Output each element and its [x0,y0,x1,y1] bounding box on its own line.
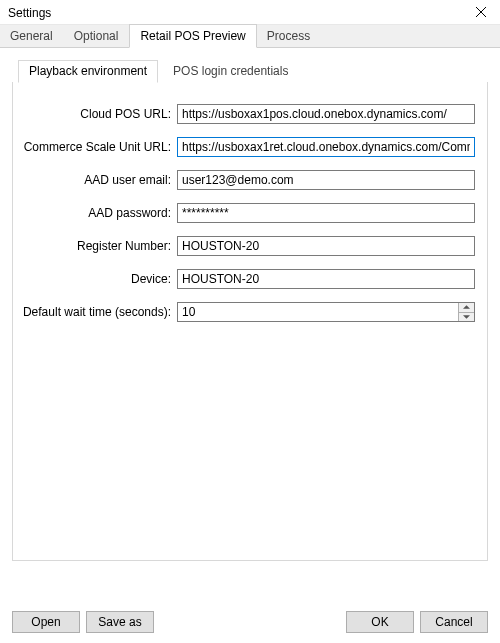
inner-tab-body: Cloud POS URL: Commerce Scale Unit URL: … [12,82,488,561]
dialog-footer: Open Save as OK Cancel [12,611,488,633]
aad-password-input[interactable] [177,203,475,223]
default-wait-label: Default wait time (seconds): [21,305,177,319]
close-button[interactable] [470,6,492,20]
inner-tab-playback-environment[interactable]: Playback environment [18,60,158,83]
svg-marker-2 [463,306,470,310]
register-number-label: Register Number: [21,239,177,253]
default-wait-stepper[interactable] [177,302,475,322]
default-wait-input[interactable] [178,303,458,321]
tab-retail-pos-preview[interactable]: Retail POS Preview [129,24,256,48]
title-bar: Settings [0,0,500,24]
spin-buttons [458,303,474,321]
close-icon [476,7,486,17]
csu-url-label: Commerce Scale Unit URL: [21,140,177,154]
aad-email-input[interactable] [177,170,475,190]
aad-password-label: AAD password: [21,206,177,220]
cloud-pos-url-input[interactable] [177,104,475,124]
inner-tab-pos-login-credentials[interactable]: POS login credentials [162,60,299,83]
inner-tab-strip: Playback environment POS login credentia… [12,61,488,83]
aad-email-label: AAD user email: [21,173,177,187]
ok-button[interactable]: OK [346,611,414,633]
svg-marker-3 [463,315,470,319]
tab-optional[interactable]: Optional [64,25,130,47]
csu-url-input[interactable] [177,137,475,157]
inner-panel: Playback environment POS login credentia… [12,61,488,561]
window-title: Settings [8,6,51,20]
cancel-button[interactable]: Cancel [420,611,488,633]
spin-down-button[interactable] [459,313,474,322]
tab-content: Playback environment POS login credentia… [0,48,500,569]
register-number-input[interactable] [177,236,475,256]
device-input[interactable] [177,269,475,289]
main-tab-strip: General Optional Retail POS Preview Proc… [0,24,500,48]
chevron-down-icon [463,315,470,319]
chevron-up-icon [463,305,470,309]
device-label: Device: [21,272,177,286]
open-button[interactable]: Open [12,611,80,633]
tab-process[interactable]: Process [257,25,321,47]
tab-general[interactable]: General [0,25,64,47]
spin-up-button[interactable] [459,303,474,313]
cloud-pos-url-label: Cloud POS URL: [21,107,177,121]
save-as-button[interactable]: Save as [86,611,154,633]
playback-form: Cloud POS URL: Commerce Scale Unit URL: … [13,82,487,345]
